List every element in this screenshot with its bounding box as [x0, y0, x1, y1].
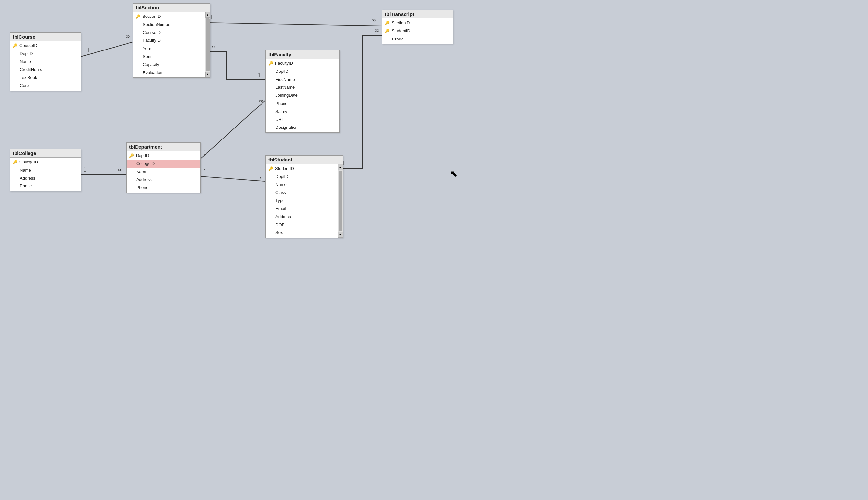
field-stu-studentid: 🔑 StudentID: [266, 165, 338, 173]
field-fac-phone: Phone: [266, 100, 340, 108]
field-name: Name: [10, 58, 81, 66]
field-name-fac-salary: Salary: [275, 109, 337, 115]
field-college-phone: Phone: [10, 182, 81, 190]
field-name-core: Core: [20, 82, 78, 89]
field-name-stu-type: Type: [275, 197, 335, 204]
field-fac-designation: Designation: [266, 124, 340, 132]
field-name-dept-name: Name: [136, 169, 198, 175]
field-name-fac-designation: Designation: [275, 124, 337, 131]
tbltranscript-fields: 🔑 SectionID 🔑 StudentID Grade: [382, 19, 453, 44]
tblsection-scrollbar[interactable]: ▲ ▼: [205, 12, 210, 77]
svg-text:∞: ∞: [372, 17, 376, 23]
tblcourse-title: tblCourse: [10, 33, 81, 41]
tblstudent-scrollbar[interactable]: ▲ ▼: [338, 164, 343, 238]
stu-scroll-thumb[interactable]: [339, 171, 342, 231]
field-fac-deptid: DeptID: [266, 68, 340, 76]
table-tblsection: tblSection 🔑 SectionID SectionNumber Cou…: [133, 3, 210, 78]
svg-text:∞: ∞: [258, 174, 262, 181]
field-stu-sex: Sex: [266, 229, 338, 237]
field-stu-name: Name: [266, 181, 338, 189]
svg-text:1: 1: [203, 168, 206, 174]
field-courseid: 🔑 CourseID: [10, 42, 81, 50]
svg-line-0: [81, 42, 133, 57]
tblstudent-body: 🔑 StudentID DeptID Name Class Type Email: [266, 164, 343, 238]
tblsection-body: 🔑 SectionID SectionNumber CourseID Facul…: [133, 12, 210, 77]
stu-scroll-down-arrow[interactable]: ▼: [338, 232, 343, 238]
field-dept-address: Address: [127, 176, 200, 184]
svg-text:1: 1: [258, 72, 261, 78]
field-stu-dob: DOB: [266, 221, 338, 229]
field-stu-email: Email: [266, 205, 338, 213]
svg-text:∞: ∞: [210, 43, 215, 50]
field-sem: Sem: [133, 53, 205, 61]
field-name-stu-studentid: StudentID: [275, 166, 335, 172]
field-name-college-address: Address: [20, 175, 78, 182]
scroll-thumb[interactable]: [206, 19, 210, 71]
field-fac-firstname: FirstName: [266, 76, 340, 84]
table-tblcourse: tblCourse 🔑 CourseID DeptID Name CreditH…: [10, 32, 81, 91]
table-tbldepartment: tblDepartment 🔑 DeptID CollegeID Name Ad…: [126, 143, 201, 193]
field-name-college-name: Name: [20, 167, 78, 174]
tblsection-fields: 🔑 SectionID SectionNumber CourseID Facul…: [133, 12, 205, 77]
tblcollege-title: tblCollege: [10, 149, 81, 158]
svg-line-14: [207, 23, 382, 26]
field-textbook: TextBook: [10, 74, 81, 82]
field-name-stu-class: Class: [275, 189, 335, 196]
field-stu-class: Class: [266, 189, 338, 197]
field-evaluation: Evaluation: [133, 69, 205, 77]
scroll-up-arrow[interactable]: ▲: [205, 12, 210, 18]
tbldepartment-fields: 🔑 DeptID CollegeID Name Address Phone: [127, 151, 200, 193]
field-deptid: DeptID: [10, 50, 81, 58]
field-name-stu-name: Name: [275, 182, 335, 188]
tblfaculty-title: tblFaculty: [266, 50, 340, 59]
field-name-fac-deptid: DeptID: [275, 68, 337, 75]
svg-line-8: [201, 100, 265, 159]
tblfaculty-fields: 🔑 FacultyID DeptID FirstName LastName Jo…: [266, 59, 340, 132]
field-name-fac-lastname: LastName: [275, 84, 337, 91]
pk-icon-tran-sectionid: 🔑: [385, 20, 390, 26]
field-facultyid: FacultyID: [133, 36, 205, 45]
field-name-dept-phone: Phone: [136, 184, 198, 191]
svg-text:1: 1: [203, 149, 206, 156]
field-fac-facultyid: 🔑 FacultyID: [266, 59, 340, 68]
field-name-facultyid: FacultyID: [143, 37, 202, 44]
field-sectionid: 🔑 SectionID: [133, 13, 205, 21]
field-name-courseid: CourseID: [20, 42, 78, 49]
field-name-collegeid: CollegeID: [20, 159, 78, 166]
field-name-evaluation: Evaluation: [143, 70, 202, 76]
field-name-fac-joiningdate: JoiningDate: [275, 92, 337, 99]
field-name-textbook: TextBook: [20, 75, 78, 81]
field-fac-lastname: LastName: [266, 83, 340, 92]
field-name-sectionid: SectionID: [142, 13, 202, 20]
field-collegeid: 🔑 CollegeID: [10, 158, 81, 166]
field-name-section-courseid: CourseID: [143, 30, 202, 36]
tblstudent-title: tblStudent: [266, 156, 343, 164]
field-name-tran-grade: Grade: [392, 36, 450, 43]
field-name-fac-phone: Phone: [275, 100, 337, 107]
field-tran-sectionid: 🔑 SectionID: [382, 19, 453, 27]
pk-icon-studentid: 🔑: [268, 166, 273, 172]
field-fac-salary: Salary: [266, 108, 340, 116]
field-fac-url: URL: [266, 116, 340, 124]
svg-text:∞: ∞: [259, 98, 263, 104]
tblcourse-fields: 🔑 CourseID DeptID Name CreditHours TextB…: [10, 41, 81, 91]
field-section-courseid: CourseID: [133, 29, 205, 37]
relationship-lines: 1 ∞ 1 ∞ ∞ 1 1 ∞ 1 ∞ 1 ∞ 1 ∞: [0, 0, 868, 500]
pk-icon-tran-studentid: 🔑: [385, 28, 390, 34]
field-tran-studentid: 🔑 StudentID: [382, 27, 453, 35]
stu-scroll-up-arrow[interactable]: ▲: [338, 164, 343, 170]
svg-line-11: [201, 177, 265, 181]
scroll-down-arrow[interactable]: ▼: [205, 71, 210, 77]
pk-icon-collegeid: 🔑: [13, 159, 18, 166]
svg-text:1: 1: [87, 47, 90, 54]
field-name-tran-sectionid: SectionID: [392, 20, 450, 26]
field-college-address: Address: [10, 174, 81, 183]
field-name-stu-sex: Sex: [275, 229, 335, 236]
field-core: Core: [10, 82, 81, 90]
field-name-credithours: CreditHours: [20, 66, 78, 73]
field-name-fac-url: URL: [275, 116, 337, 123]
field-name-deptid-dept: DeptID: [136, 152, 198, 159]
tblstudent-fields: 🔑 StudentID DeptID Name Class Type Email: [266, 164, 338, 238]
field-stu-address: Address: [266, 213, 338, 221]
tblsection-title: tblSection: [133, 3, 210, 12]
